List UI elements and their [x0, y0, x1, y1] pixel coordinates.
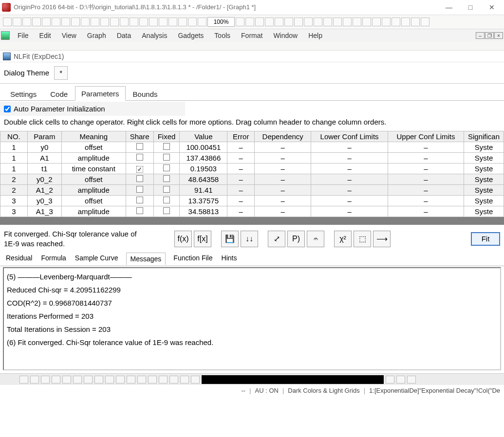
bottom-toolbar-button[interactable]	[169, 376, 178, 383]
checkbox-icon[interactable]	[163, 154, 170, 161]
checkbox-cell[interactable]	[126, 185, 153, 196]
toolbar-button[interactable]	[255, 18, 264, 26]
fit-tool-button[interactable]: ↓↓	[241, 231, 258, 247]
col-lower-conf[interactable]: Lower Conf Limits	[311, 131, 388, 142]
table-cell[interactable]: –	[255, 196, 311, 206]
table-cell[interactable]: –	[255, 185, 311, 196]
bottom-toolbar-button[interactable]	[30, 376, 39, 383]
bottom-toolbar-button[interactable]	[396, 376, 405, 383]
lowtab-sample-curve[interactable]: Sample Curve	[74, 252, 119, 265]
messages-box[interactable]: (5) ———Levenberg-Marquardt———Reduced Chi…	[3, 267, 501, 370]
toolbar-button[interactable]	[22, 18, 31, 26]
table-cell[interactable]: Syste	[464, 196, 504, 206]
table-cell[interactable]: 3	[0, 206, 28, 217]
maximize-button[interactable]: □	[460, 1, 481, 13]
toolbar-button[interactable]	[198, 18, 206, 26]
table-cell[interactable]: 13.37575	[180, 196, 227, 206]
tab-settings[interactable]: Settings	[4, 87, 43, 100]
checkbox-icon[interactable]	[163, 143, 170, 150]
bottom-toolbar-button[interactable]	[148, 376, 157, 383]
table-cell[interactable]: 1	[0, 164, 28, 174]
table-row[interactable]: 1t1time constant0.19503––––Syste	[0, 164, 504, 174]
table-cell[interactable]: –	[227, 164, 255, 174]
table-cell[interactable]: –	[255, 206, 311, 217]
col-upper-conf[interactable]: Upper Conf Limits	[388, 131, 464, 142]
table-cell[interactable]: –	[255, 153, 311, 164]
fit-tool-button[interactable]: ⬚	[354, 231, 371, 247]
menu-tools[interactable]: Tools	[209, 30, 235, 41]
fit-tool-button[interactable]: χ²	[334, 231, 352, 247]
table-cell[interactable]: –	[255, 164, 311, 174]
lowtab-hints[interactable]: Hints	[221, 252, 238, 265]
toolbar-button[interactable]	[265, 18, 274, 26]
toolbar-button[interactable]	[372, 18, 381, 26]
col-fixed[interactable]: Fixed	[153, 131, 180, 142]
menu-window[interactable]: Window	[268, 30, 302, 41]
table-cell[interactable]: –	[227, 153, 255, 164]
toolbar-button[interactable]	[333, 18, 342, 26]
table-cell[interactable]: –	[388, 174, 464, 185]
table-cell[interactable]: –	[311, 142, 388, 153]
menu-format[interactable]: Format	[236, 30, 267, 41]
fit-tool-button[interactable]: f[x]	[194, 231, 211, 247]
toolbar-button[interactable]	[188, 18, 197, 26]
minimize-button[interactable]: —	[439, 1, 459, 13]
table-cell[interactable]: –	[388, 153, 464, 164]
table-cell[interactable]: 1	[0, 142, 28, 153]
menu-graph[interactable]: Graph	[82, 30, 111, 41]
toolbar-button[interactable]	[343, 18, 352, 26]
toolbar-button[interactable]	[3, 18, 12, 26]
toolbar-button[interactable]	[401, 18, 410, 26]
checkbox-cell[interactable]	[126, 196, 153, 206]
checkbox-cell[interactable]	[153, 142, 180, 153]
bottom-toolbar-button[interactable]	[159, 376, 168, 383]
table-cell[interactable]: –	[227, 196, 255, 206]
tab-code[interactable]: Code	[44, 87, 74, 100]
table-cell[interactable]: 2	[0, 185, 28, 196]
checkbox-icon[interactable]	[136, 175, 143, 182]
table-row[interactable]: 2y0_2offset48.64358––––Syste	[0, 174, 504, 185]
checkbox-icon[interactable]	[136, 166, 143, 173]
checkbox-cell[interactable]	[153, 196, 180, 206]
toolbar-button[interactable]	[71, 18, 80, 26]
menu-analysis[interactable]: Analysis	[137, 30, 172, 41]
col-value[interactable]: Value	[180, 131, 227, 142]
bottom-toolbar-button[interactable]	[84, 376, 93, 383]
table-cell[interactable]: Syste	[464, 164, 504, 174]
checkbox-icon[interactable]	[136, 197, 143, 203]
toolbar-button[interactable]	[382, 18, 391, 26]
table-row[interactable]: 3y0_3offset13.37575––––Syste	[0, 196, 504, 206]
checkbox-cell[interactable]	[126, 164, 153, 174]
table-cell[interactable]: 2	[0, 174, 28, 185]
toolbar-button[interactable]	[120, 18, 129, 26]
col-no[interactable]: NO.	[0, 131, 28, 142]
bottom-toolbar-button[interactable]	[41, 376, 50, 383]
table-cell[interactable]: –	[311, 174, 388, 185]
color-gradient-picker[interactable]	[202, 375, 384, 384]
table-row[interactable]: 1y0offset100.00451––––Syste	[0, 142, 504, 153]
table-cell[interactable]: offset	[61, 196, 126, 206]
lowtab-residual[interactable]: Residual	[5, 252, 33, 265]
col-param[interactable]: Param	[27, 131, 61, 142]
table-cell[interactable]: –	[227, 142, 255, 153]
table-cell[interactable]: amplitude	[61, 153, 126, 164]
lowtab-messages[interactable]: Messages	[126, 253, 166, 265]
toolbar-button[interactable]	[284, 18, 293, 26]
table-cell[interactable]: 100.00451	[180, 142, 227, 153]
toolbar-button[interactable]	[13, 18, 21, 26]
toolbar-button[interactable]	[81, 18, 90, 26]
toolbar-button[interactable]	[130, 18, 138, 26]
checkbox-icon[interactable]	[163, 175, 170, 182]
table-cell[interactable]: A1_2	[27, 185, 61, 196]
table-cell[interactable]: y0	[27, 142, 61, 153]
bottom-toolbar-button[interactable]	[52, 376, 60, 383]
toolbar-button[interactable]	[245, 18, 254, 26]
table-cell[interactable]: 91.41	[180, 185, 227, 196]
dialog-theme-combo[interactable]: *	[54, 66, 68, 80]
menu-view[interactable]: View	[57, 30, 81, 41]
bottom-toolbar-button[interactable]	[127, 376, 135, 383]
checkbox-cell[interactable]	[153, 206, 180, 217]
table-cell[interactable]: 48.64358	[180, 174, 227, 185]
checkbox-cell[interactable]	[126, 174, 153, 185]
toolbar-button[interactable]	[421, 18, 429, 26]
